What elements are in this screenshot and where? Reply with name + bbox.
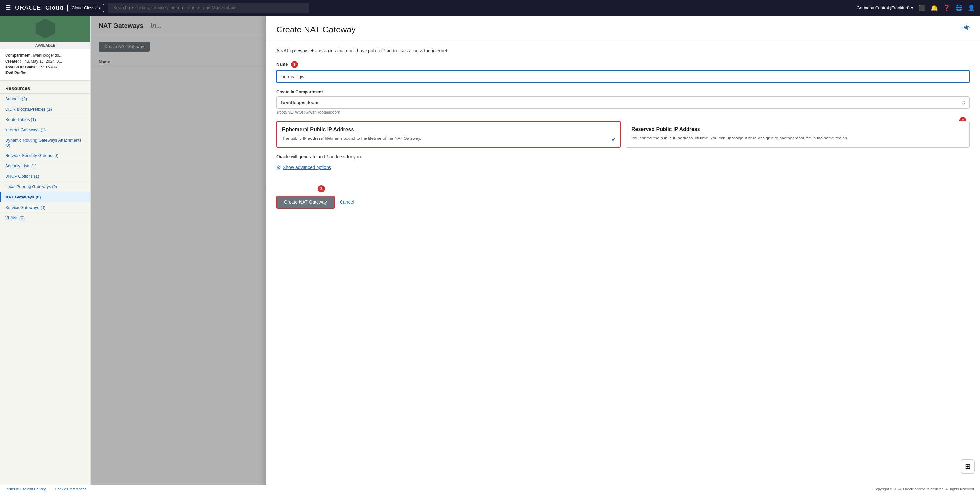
cookie-link[interactable]: Cookie Preferences: [55, 487, 87, 491]
sidebar-item-route-tables[interactable]: Route Tables (1): [0, 115, 91, 125]
bell-icon[interactable]: 🔔: [931, 4, 938, 11]
name-form-group: Name 1: [276, 61, 970, 83]
region-selector[interactable]: Germany Central (Frankfurt) ▾: [857, 5, 913, 10]
main-content: NAT Gateways in... Create NAT Gateway Na…: [91, 16, 980, 493]
step-badge-3: 3: [318, 185, 325, 192]
compartment-form-group: Create In Compartment IwanHoogendoorn ⇕ …: [276, 89, 970, 115]
dialog-footer: 3 Create NAT Gateway Cancel: [266, 189, 980, 215]
compartment-label: Create In Compartment: [276, 89, 970, 94]
oracle-logo: ORACLE Cloud: [15, 5, 64, 11]
sidebar: AVAILABLE Compartment: IwanHoogendo... C…: [0, 16, 91, 493]
nav-right: Germany Central (Frankfurt) ▾ ⬛ 🔔 ❓ 🌐 👤: [857, 4, 975, 11]
sidebar-item-security-lists[interactable]: Security Lists (1): [0, 161, 91, 171]
create-nat-gateway-dialog: Create NAT Gateway Help A NAT gateway le…: [266, 16, 980, 493]
monitor-icon[interactable]: ⬛: [918, 4, 926, 11]
ephemeral-ip-option[interactable]: Ephemeral Public IP Address The public I…: [276, 121, 621, 148]
ephemeral-check-icon: ✓: [611, 136, 616, 143]
ip-options-row: 2 Ephemeral Public IP Address The public…: [276, 121, 970, 148]
vcn-info: Compartment: IwanHoogendo... Created: Th…: [0, 49, 91, 81]
compartment-select-wrapper: IwanHoogendoorn ⇕: [276, 96, 970, 109]
help-widget[interactable]: ⊞: [961, 459, 975, 474]
sidebar-item-nat-gateways[interactable]: NAT Gateways (0): [0, 192, 91, 202]
dialog-header: Create NAT Gateway Help: [266, 16, 980, 40]
sidebar-item-cidr[interactable]: CIDR Blocks/Prefixes (1): [0, 104, 91, 115]
sidebar-item-internet-gateways[interactable]: Internet Gateways (1): [0, 125, 91, 135]
resources-title: Resources: [0, 81, 91, 94]
compartment-breadcrumb: (root)/NETWORK/IwanHoogendoorn: [276, 109, 970, 115]
name-label: Name 1: [276, 61, 970, 68]
help-widget-icon: ⊞: [965, 463, 970, 470]
name-input[interactable]: [276, 70, 970, 83]
terms-link[interactable]: Terms of Use and Privacy: [5, 487, 46, 491]
sidebar-item-network-security[interactable]: Network Security Groups (0): [0, 151, 91, 161]
reserved-ip-desc: You control the public IP address' lifet…: [632, 135, 964, 142]
hamburger-icon[interactable]: ☰: [5, 4, 11, 12]
sidebar-item-subnets[interactable]: Subnets (2): [0, 94, 91, 104]
reserved-ip-title: Reserved Public IP Address: [632, 127, 964, 132]
vcn-header: [0, 16, 91, 41]
search-input[interactable]: [108, 3, 309, 13]
footer-links: Terms of Use and Privacy Cookie Preferen…: [5, 487, 91, 491]
sidebar-item-dynamic-routing[interactable]: Dynamic Routing Gateways Attachments (0): [0, 135, 91, 151]
step-badge-1: 1: [291, 61, 298, 68]
compartment-select[interactable]: IwanHoogendoorn: [276, 96, 970, 109]
cloud-classic-button[interactable]: Cloud Classic ›: [67, 4, 104, 12]
main-layout: AVAILABLE Compartment: IwanHoogendo... C…: [0, 16, 980, 493]
vcn-hexagon-icon: [36, 19, 55, 38]
oracle-note: Oracle will generate an IP address for y…: [276, 154, 970, 159]
help-circle-icon[interactable]: ❓: [943, 4, 950, 11]
footer-copyright: Copyright © 2024, Oracle and/or its affi…: [873, 487, 975, 491]
user-avatar[interactable]: 👤: [968, 4, 975, 11]
sidebar-item-service-gateways[interactable]: Service Gateways (0): [0, 202, 91, 213]
page-footer: Terms of Use and Privacy Cookie Preferen…: [0, 485, 980, 493]
globe-icon[interactable]: 🌐: [955, 4, 963, 11]
show-advanced-options[interactable]: ⚙ Show advanced options: [276, 164, 970, 170]
dialog-title: Create NAT Gateway: [276, 25, 356, 35]
reserved-ip-option[interactable]: Reserved Public IP Address You control t…: [626, 121, 970, 148]
sidebar-item-dhcp-options[interactable]: DHCP Options (1): [0, 171, 91, 181]
create-nat-gateway-button[interactable]: Create NAT Gateway: [276, 196, 335, 208]
sidebar-item-local-peering[interactable]: Local Peering Gateways (0): [0, 181, 91, 192]
sidebar-item-vlans[interactable]: VLANs (0): [0, 213, 91, 223]
top-navigation: ☰ ORACLE Cloud Cloud Classic › Germany C…: [0, 0, 980, 16]
dialog-help-link[interactable]: Help: [960, 25, 970, 30]
dialog-description: A NAT gateway lets instances that don't …: [276, 48, 970, 53]
vcn-status: AVAILABLE: [0, 41, 91, 49]
cancel-button[interactable]: Cancel: [340, 199, 354, 205]
dialog-body: A NAT gateway lets instances that don't …: [266, 40, 980, 189]
advanced-options-icon: ⚙: [276, 164, 281, 170]
ephemeral-ip-desc: The public IP address' lifetime is bound…: [282, 135, 615, 142]
ephemeral-ip-title: Ephemeral Public IP Address: [282, 127, 615, 133]
